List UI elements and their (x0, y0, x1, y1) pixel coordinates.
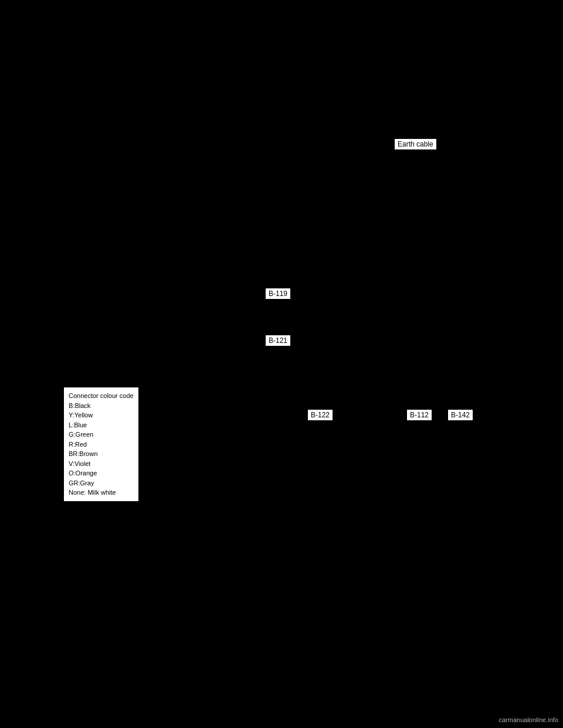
watermark: carmanualonline.info (498, 716, 558, 723)
b119-label: B-119 (265, 288, 291, 300)
b121-label: B-121 (265, 335, 291, 346)
colour-gr: GR:Gray (69, 478, 134, 488)
colour-g: G:Green (69, 430, 134, 440)
b142-label: B-142 (447, 409, 473, 421)
b112-label: B-112 (406, 409, 432, 421)
colour-o: O:Orange (69, 468, 134, 478)
colour-l: L:Blue (69, 420, 134, 430)
connector-colour-code-box: Connector colour code B:Black Y:Yellow L… (63, 387, 139, 502)
colour-none: None: Milk white (69, 488, 134, 498)
b122-label: B-122 (307, 409, 333, 421)
earth-cable-label: Earth cable (394, 138, 437, 150)
colour-code-title: Connector colour code (69, 391, 134, 401)
colour-v: V:Violet (69, 459, 134, 469)
colour-br: BR:Brown (69, 449, 134, 459)
colour-y: Y:Yellow (69, 410, 134, 420)
colour-r: R:Red (69, 440, 134, 450)
colour-b: B:Black (69, 401, 134, 411)
